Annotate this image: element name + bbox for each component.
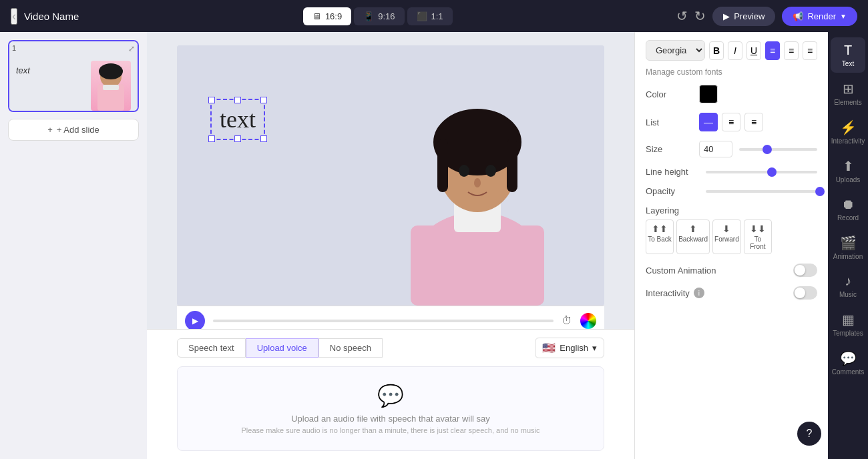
sidebar-item-interactivity[interactable]: ⚡ Interactivity [831,114,865,150]
svg-point-14 [474,178,481,187]
list-none-button[interactable]: — [699,113,718,131]
size-slider-thumb[interactable] [763,145,772,154]
redo-button[interactable]: ↻ [694,8,706,24]
interactivity-toggle[interactable] [793,286,817,300]
line-height-label: Line height [646,167,699,177]
sidebar-item-record[interactable]: ⏺ Record [831,191,865,227]
sidebar-item-templates[interactable]: ▦ Templates [831,306,865,342]
preview-button[interactable]: ▶ Preview [712,7,775,26]
custom-animation-label: Custom Animation [646,266,793,276]
canvas-text[interactable]: text [220,106,256,133]
avatar-svg [91,61,131,111]
preview-icon: ▶ [723,11,730,21]
color-wheel[interactable] [580,313,596,329]
speech-tabs: Speech text Upload voice No speech 🇺🇸 En… [177,338,604,358]
resize-handle-bl[interactable] [208,135,215,142]
line-height-slider[interactable] [706,171,817,173]
upload-area[interactable]: 💬 Upload an audio file with speech that … [177,366,604,451]
layering-row: Layering ⬆⬆ To Back ⬆ Backward ⬇ Forward… [646,205,817,254]
info-icon[interactable]: i [694,288,704,298]
list-bullet-button[interactable]: ≡ [722,113,740,131]
manage-fonts-link[interactable]: Manage custom fonts [646,67,817,77]
canvas-toolbar: ▶ ⏱ [177,306,604,329]
bottom-panel: Speech text Upload voice No speech 🇺🇸 En… [147,329,634,459]
timer-button[interactable]: ⏱ [562,315,572,327]
flag-icon: 🇺🇸 [542,342,556,354]
forward-button[interactable]: ⬇ Forward [712,219,741,254]
play-button[interactable]: ▶ [185,311,205,330]
list-label: List [646,117,699,127]
sidebar-item-music[interactable]: ♪ Music [831,268,865,304]
resize-handle-tc[interactable] [234,97,241,103]
sidebar-item-animation[interactable]: 🎬 Animation [831,230,865,266]
interactivity-label: Interactivity i [646,288,793,298]
record-icon: ⏺ [841,197,855,212]
list-numbered-button[interactable]: ≡ [744,113,763,131]
back-button[interactable]: ‹ [11,8,17,25]
upload-title: Upload an audio file with speech that av… [194,414,588,424]
text-icon: T [844,43,852,58]
elements-icon: ⊞ [843,81,854,97]
size-slider[interactable] [739,148,817,151]
custom-animation-toggle[interactable] [793,264,817,277]
slide-expand-icon: ⤢ [128,44,135,53]
underline-button[interactable]: U [746,41,761,60]
color-label: Color [646,89,699,99]
slide-avatar [91,61,131,111]
canvas-area: text ▶ ⏱ [147,32,634,329]
language-select[interactable]: 🇺🇸 English ▾ [535,338,604,358]
resize-handle-tr[interactable] [260,97,267,103]
sidebar-item-uploads[interactable]: ⬆ Uploads [831,153,865,189]
to-back-button[interactable]: ⬆⬆ To Back [646,219,674,254]
svg-point-2 [99,63,123,79]
backward-button[interactable]: ⬆ Backward [676,219,710,254]
sidebar-item-text[interactable]: T Text [831,37,865,73]
upload-voice-tab[interactable]: Upload voice [246,338,318,358]
canvas-wrapper: text ▶ ⏱ [177,45,604,329]
size-row: Size [646,141,817,157]
svg-rect-10 [437,139,448,192]
align-left-button[interactable]: ≡ [765,41,780,60]
canvas-person [391,52,564,306]
ratio-1-1-button[interactable]: ⬛ 1:1 [407,7,453,25]
text-element[interactable]: text [210,99,265,140]
align-center-button[interactable]: ≡ [784,41,799,60]
italic-button[interactable]: I [728,41,742,60]
layering-buttons: ⬆⬆ To Back ⬆ Backward ⬇ Forward ⬇⬇ To Fr… [646,219,772,254]
sidebar-item-comments[interactable]: 💬 Comments [831,345,865,381]
speech-text-tab[interactable]: Speech text [177,338,246,358]
music-icon: ♪ [845,274,851,289]
align-right-button[interactable]: ≡ [803,41,817,60]
color-swatch[interactable] [699,85,718,103]
line-height-thumb[interactable] [767,167,777,177]
resize-handle-tl[interactable] [208,97,215,103]
phone-icon: 📱 [363,11,374,21]
canvas[interactable]: text [177,45,604,306]
sidebar-item-elements[interactable]: ⊞ Elements [831,75,865,111]
templates-icon: ▦ [842,312,855,328]
bold-button[interactable]: B [709,41,724,60]
opacity-row: Opacity [646,186,817,196]
no-speech-tab[interactable]: No speech [318,338,383,358]
ratio-9-16-button[interactable]: 📱 9:16 [354,7,404,25]
slide-number: 1 [12,44,16,52]
undo-button[interactable]: ↺ [676,8,688,24]
render-icon: 📢 [793,11,803,21]
chat-bubble-icon: 💬 [194,383,588,408]
to-front-button[interactable]: ⬇⬇ To Front [744,219,772,254]
resize-handle-bc[interactable] [234,135,241,142]
slide-item[interactable]: 1 ⤢ text [8,40,139,112]
size-input[interactable] [699,141,732,157]
font-select[interactable]: Georgia [646,40,705,61]
help-button[interactable]: ? [797,422,821,446]
render-button[interactable]: 📢 Render ▼ [782,7,857,26]
upload-subtitle: Please make sure audio is no longer than… [194,426,588,434]
resize-handle-br[interactable] [260,135,267,142]
timeline[interactable] [213,320,554,322]
opacity-slider[interactable] [706,190,817,193]
svg-rect-5 [411,225,544,306]
ratio-16-9-button[interactable]: 🖥 16:9 [303,7,351,25]
video-title: Video Name [24,11,79,22]
opacity-thumb[interactable] [815,187,825,196]
add-slide-button[interactable]: + + Add slide [8,119,139,141]
